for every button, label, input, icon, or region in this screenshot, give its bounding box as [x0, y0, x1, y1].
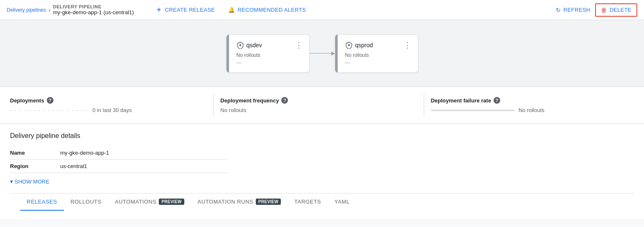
node-menu-qsprod[interactable]: ⋮ — [404, 41, 411, 49]
metric-frequency: Deployment frequency ? No rollouts — [220, 94, 424, 117]
breadcrumb-link[interactable]: Delivery pipelines — [7, 7, 46, 13]
node-title-row-2: qsprod — [345, 41, 373, 49]
tab-yaml[interactable]: YAML — [328, 194, 356, 211]
breadcrumb: Delivery pipelines › DELIVERY PIPELINE m… — [7, 4, 144, 15]
tab-targets-label: TARGETS — [294, 199, 321, 205]
svg-point-1 — [348, 44, 350, 46]
frequency-help-icon[interactable]: ? — [281, 97, 288, 104]
metrics-section: Deployments ? - - - - - - - - - - - - - … — [0, 87, 644, 124]
arrow-head — [331, 51, 335, 56]
metric-failure-title: Deployment failure rate ? — [431, 97, 627, 104]
failure-help-icon[interactable]: ? — [494, 97, 500, 104]
details-label-region: Region — [10, 160, 60, 173]
trash-icon: 🗑 — [601, 7, 607, 13]
pipeline-name: my-gke-demo-app-1 (us-central1) — [53, 9, 134, 15]
pipeline-node-qsdev[interactable]: qsdev ⋮ No rollouts — — [226, 34, 310, 73]
metric-failure-value-row: No rollouts — [431, 107, 627, 113]
shield-icon-2 — [345, 41, 353, 49]
recommended-alerts-button[interactable]: 🔔 RECOMMENDED ALERTS — [223, 4, 311, 15]
metric-failure-label: Deployment failure rate — [431, 97, 491, 104]
metric-failure-rate: Deployment failure rate ? No rollouts — [431, 94, 634, 117]
svg-point-0 — [239, 44, 241, 46]
metric-frequency-value-row: No rollouts — [220, 107, 417, 113]
automations-preview-badge: PREVIEW — [159, 199, 184, 205]
chevron-down-icon: ▾ — [10, 178, 13, 185]
node-sub-qsprod: — — [342, 60, 411, 66]
tab-releases-label: RELEASES — [27, 199, 57, 205]
failure-rate-value: No rollouts — [519, 107, 545, 113]
shield-icon — [237, 41, 244, 49]
details-row-region: Region us-central1 — [10, 160, 227, 173]
metric-deployments-label: Deployments — [10, 97, 44, 104]
details-label-name: Name — [10, 146, 60, 160]
metric-frequency-title: Deployment frequency ? — [220, 97, 417, 104]
metric-frequency-label: Deployment frequency — [220, 97, 279, 104]
pipeline-node-qsprod[interactable]: qsprod ⋮ No rollouts — — [335, 34, 418, 73]
node-left-bar-2 — [335, 35, 338, 72]
pipeline-label: DELIVERY PIPELINE — [53, 4, 134, 9]
tabs-bar: RELEASES ROLLOUTS AUTOMATIONS PREVIEW AU… — [10, 193, 634, 211]
header-bar: Delivery pipelines › DELIVERY PIPELINE m… — [0, 0, 644, 20]
delete-label: DELETE — [610, 7, 631, 13]
node-name-qsdev: qsdev — [247, 42, 262, 48]
pipeline-arrow — [310, 51, 335, 56]
tab-rollouts-label: ROLLOUTS — [71, 199, 102, 205]
pipeline-visualization: qsdev ⋮ No rollouts — qsprod — [0, 20, 644, 87]
node-sub-qsdev: — — [233, 60, 303, 66]
metric-deployments-title: Deployments ? — [10, 97, 206, 104]
breadcrumb-separator: › — [48, 7, 51, 13]
refresh-label: REFRESH — [563, 7, 590, 13]
details-value-name: my-gke-demo-app-1 — [60, 146, 227, 160]
delete-button[interactable]: 🗑 DELETE — [595, 3, 637, 17]
header-actions: ＋ CREATE RELEASE 🔔 RECOMMENDED ALERTS — [150, 3, 311, 17]
tab-targets[interactable]: TARGETS — [288, 194, 328, 211]
node-name-qsprod: qsprod — [355, 42, 373, 48]
metric-deployments: Deployments ? - - - - - - - - - - - - - … — [10, 94, 214, 117]
refresh-icon: ↻ — [556, 7, 561, 13]
node-status-qsprod: No rollouts — [342, 52, 411, 58]
refresh-button[interactable]: ↻ REFRESH — [551, 4, 596, 16]
node-header: qsdev ⋮ — [233, 41, 303, 49]
create-release-label: CREATE RELEASE — [165, 7, 215, 13]
plus-icon: ＋ — [155, 5, 162, 14]
details-value-region: us-central1 — [60, 160, 227, 173]
deployments-value: 0 in last 30 days — [92, 107, 132, 113]
failure-rate-bar — [431, 110, 514, 111]
tab-automations-label: AUTOMATIONS — [115, 199, 157, 205]
details-section-title: Delivery pipeline details — [10, 132, 634, 140]
details-table: Name my-gke-demo-app-1 Region us-central… — [10, 146, 227, 173]
show-more-label: SHOW MORE — [15, 179, 49, 185]
node-header-2: qsprod ⋮ — [342, 41, 411, 49]
tab-yaml-label: YAML — [334, 199, 349, 205]
create-release-button[interactable]: ＋ CREATE RELEASE — [150, 3, 220, 17]
pipeline-title: DELIVERY PIPELINE my-gke-demo-app-1 (us-… — [53, 4, 134, 15]
tab-automation-runs[interactable]: AUTOMATION RUNS PREVIEW — [191, 194, 288, 211]
show-more-button[interactable]: ▾ SHOW MORE — [10, 178, 634, 185]
bell-icon: 🔔 — [228, 7, 235, 13]
node-status-qsdev: No rollouts — [233, 52, 303, 58]
automation-runs-preview-badge: PREVIEW — [256, 199, 281, 205]
recommended-alerts-label: RECOMMENDED ALERTS — [238, 7, 306, 13]
deployments-dashes: - - - - - - - - - - - - - - - - - — [10, 107, 88, 113]
tab-rollouts[interactable]: ROLLOUTS — [64, 194, 108, 211]
frequency-value: No rollouts — [220, 107, 246, 113]
deployments-help-icon[interactable]: ? — [47, 97, 53, 104]
node-left-bar — [227, 35, 229, 72]
node-title-row: qsdev — [237, 41, 262, 49]
metric-deployments-value-row: - - - - - - - - - - - - - - - - - 0 in l… — [10, 107, 206, 113]
tab-releases[interactable]: RELEASES — [20, 194, 64, 211]
pipeline-nodes: qsdev ⋮ No rollouts — qsprod — [226, 34, 418, 73]
arrow-line — [310, 53, 331, 54]
details-row-name: Name my-gke-demo-app-1 — [10, 146, 227, 160]
node-menu-qsdev[interactable]: ⋮ — [295, 41, 303, 49]
tab-automation-runs-label: AUTOMATION RUNS — [198, 199, 253, 205]
details-section: Delivery pipeline details Name my-gke-de… — [0, 124, 644, 219]
tab-automations[interactable]: AUTOMATIONS PREVIEW — [108, 194, 191, 211]
